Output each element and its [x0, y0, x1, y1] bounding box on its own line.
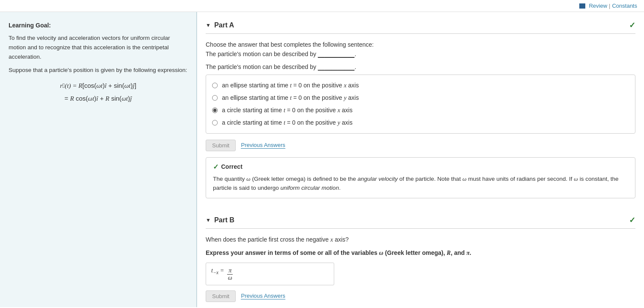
option-a1-radio[interactable]: [212, 83, 218, 88]
part-a-correct-check-icon: ✓: [213, 163, 219, 171]
part-b-question: When does the particle first cross the n…: [206, 235, 635, 245]
part-a-title: Part A: [214, 21, 234, 29]
review-icon: [579, 3, 585, 9]
constants-link[interactable]: Constants: [612, 3, 637, 9]
option-a3-radio[interactable]: [212, 108, 218, 113]
part-a-action-row: Submit Previous Answers: [206, 140, 635, 151]
equation-line1: r⃗(t) = R[cos(ωt)î + sin(ωt)ĵ]: [9, 79, 188, 92]
part-a-correct-box: ✓ Correct The quantity ω (Greek letter o…: [206, 157, 635, 198]
part-a-header-left: ▼ Part A: [206, 21, 234, 29]
learning-goal-title: Learning Goal:: [9, 21, 188, 30]
part-a-submit-button[interactable]: Submit: [206, 140, 236, 151]
suppose-text: Suppose that a particle's position is gi…: [9, 66, 188, 75]
fraction-display: π ω: [227, 267, 233, 281]
part-b-title: Part B: [214, 216, 234, 224]
review-link[interactable]: Review: [589, 3, 607, 9]
option-row-3: a circle starting at time t = 0 on the p…: [212, 104, 629, 117]
option-a3-label[interactable]: a circle starting at time t = 0 on the p…: [222, 107, 353, 114]
main-layout: Learning Goal: To find the velocity and …: [0, 12, 644, 307]
part-b-submit-button[interactable]: Submit: [206, 290, 236, 302]
part-a-correct-header: ✓ Correct: [213, 163, 628, 171]
part-a-section: ▼ Part A ✓ Choose the answer that best c…: [206, 16, 635, 198]
equation-line2: = R cos(ωt)î + R sin(ωt)ĵ: [9, 92, 188, 105]
option-a4-label[interactable]: a circle starting at time t = 0 on the p…: [222, 119, 353, 126]
part-a-sentence: The particle's motion can be described b…: [206, 63, 635, 70]
part-b-answer-input[interactable]: t−x = π ω: [206, 263, 334, 285]
part-a-intro: Choose the answer that best completes th…: [206, 40, 635, 59]
top-bar: Review | Constants: [0, 0, 644, 12]
top-bar-links: Review | Constants: [579, 3, 637, 9]
part-b-header-left: ▼ Part B: [206, 216, 234, 224]
part-b-section: ▼ Part B ✓ When does the particle first …: [206, 211, 635, 307]
part-b-checkmark-icon: ✓: [629, 215, 635, 225]
part-a-previous-answers-link[interactable]: Previous Answers: [241, 142, 285, 149]
part-a-correct-label: Correct: [221, 163, 243, 170]
answer-display: t−x = π ω: [211, 266, 233, 281]
option-a2-label[interactable]: an ellipse starting at time t = 0 on the…: [222, 94, 359, 102]
part-a-checkmark-icon: ✓: [629, 21, 635, 30]
part-b-header: ▼ Part B ✓: [206, 211, 635, 229]
option-row-4: a circle starting at time t = 0 on the p…: [212, 117, 629, 129]
option-row-1: an ellipse starting at time t = 0 on the…: [212, 79, 629, 92]
part-a-header: ▼ Part A ✓: [206, 16, 635, 34]
left-panel: Learning Goal: To find the velocity and …: [0, 12, 197, 307]
equation-display: r⃗(t) = R[cos(ωt)î + sin(ωt)ĵ] = R cos(ω…: [9, 79, 188, 105]
part-b-action-row: Submit Previous Answers: [206, 290, 635, 302]
part-b-previous-answers-link[interactable]: Previous Answers: [241, 293, 285, 299]
part-b-express: Express your answer in terms of some or …: [206, 248, 635, 258]
separator: |: [609, 3, 610, 9]
learning-goal-text: To find the velocity and acceleration ve…: [9, 33, 188, 61]
right-panel: ▼ Part A ✓ Choose the answer that best c…: [197, 12, 644, 307]
option-a4-radio[interactable]: [212, 120, 218, 126]
option-a2-radio[interactable]: [212, 95, 218, 101]
part-a-chevron-icon[interactable]: ▼: [206, 22, 211, 28]
part-a-options-box: an ellipse starting at time t = 0 on the…: [206, 75, 635, 134]
option-row-2: an ellipse starting at time t = 0 on the…: [212, 92, 629, 104]
part-b-chevron-icon[interactable]: ▼: [206, 217, 211, 223]
part-a-correct-body: The quantity ω (Greek letter omega) is d…: [213, 174, 628, 193]
option-a1-label[interactable]: an ellipse starting at time t = 0 on the…: [222, 82, 359, 89]
